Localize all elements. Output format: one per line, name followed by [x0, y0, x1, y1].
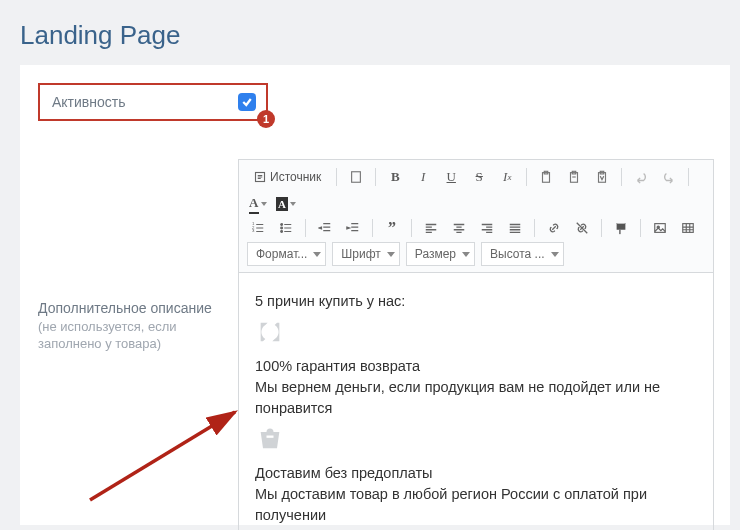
paste-button[interactable] — [535, 167, 557, 187]
italic-button[interactable]: I — [412, 167, 434, 187]
indent-button[interactable] — [342, 218, 364, 238]
svg-point-12 — [281, 227, 283, 229]
align-justify-button[interactable] — [504, 218, 526, 238]
blockquote-button[interactable]: ” — [381, 218, 403, 238]
redo-button[interactable] — [658, 167, 680, 187]
block2-title: Доставим без предоплаты — [255, 463, 697, 484]
strike-button[interactable]: S — [468, 167, 490, 187]
font-select[interactable]: Шрифт — [332, 242, 399, 266]
paste-text-button[interactable] — [563, 167, 585, 187]
anchor-button[interactable] — [610, 218, 632, 238]
description-hint: (не используется, если заполнено у товар… — [38, 318, 218, 353]
image-button[interactable] — [649, 218, 671, 238]
align-center-button[interactable] — [448, 218, 470, 238]
refresh-icon — [255, 318, 697, 352]
block1-text: Мы вернем деньги, если продукция вам не … — [255, 377, 697, 419]
remove-format-button[interactable]: Ix — [496, 167, 518, 187]
bag-icon — [255, 425, 697, 459]
outdent-button[interactable] — [314, 218, 336, 238]
underline-button[interactable]: U — [440, 167, 462, 187]
align-right-button[interactable] — [476, 218, 498, 238]
text-color-button[interactable]: A — [247, 194, 269, 214]
svg-text:3: 3 — [252, 228, 255, 233]
lineheight-select[interactable]: Высота ... — [481, 242, 564, 266]
source-button[interactable]: Источник — [247, 166, 328, 188]
format-select[interactable]: Формат... — [247, 242, 326, 266]
source-button-label: Источник — [270, 170, 321, 184]
align-left-button[interactable] — [420, 218, 442, 238]
form-panel: Активность 1 Дополнительное описание (не… — [20, 65, 730, 525]
svg-rect-16 — [655, 224, 666, 233]
ordered-list-button[interactable]: 123 — [247, 218, 269, 238]
editor-content[interactable]: 5 причин купить у нас: 100% гарантия воз… — [239, 273, 713, 530]
bold-button[interactable]: B — [384, 167, 406, 187]
svg-point-13 — [281, 231, 283, 233]
new-page-icon[interactable] — [345, 167, 367, 187]
paste-word-button[interactable] — [591, 167, 613, 187]
content-heading: 5 причин купить у нас: — [255, 291, 697, 312]
page-title: Landing Page — [0, 0, 740, 65]
svg-rect-1 — [352, 172, 361, 183]
editor-toolbar: Источник B I U S Ix — [239, 160, 713, 273]
activity-field: Активность 1 — [38, 83, 268, 121]
block2-text: Мы доставим товар в любой регион России … — [255, 484, 697, 526]
svg-point-11 — [281, 224, 283, 226]
svg-rect-15 — [619, 230, 620, 234]
unlink-button[interactable] — [571, 218, 593, 238]
annotation-badge-1: 1 — [257, 110, 275, 128]
link-button[interactable] — [543, 218, 565, 238]
bullet-list-button[interactable] — [275, 218, 297, 238]
table-button[interactable] — [677, 218, 699, 238]
activity-checkbox[interactable] — [238, 93, 256, 111]
block1-title: 100% гарантия возврата — [255, 356, 697, 377]
rich-text-editor: Источник B I U S Ix — [238, 159, 714, 530]
size-select[interactable]: Размер — [406, 242, 475, 266]
svg-rect-18 — [683, 224, 694, 233]
svg-rect-19 — [267, 436, 274, 438]
bg-color-button[interactable]: A — [275, 194, 297, 214]
undo-button[interactable] — [630, 167, 652, 187]
activity-label: Активность — [52, 94, 126, 110]
description-label: Дополнительное описание — [38, 299, 218, 318]
